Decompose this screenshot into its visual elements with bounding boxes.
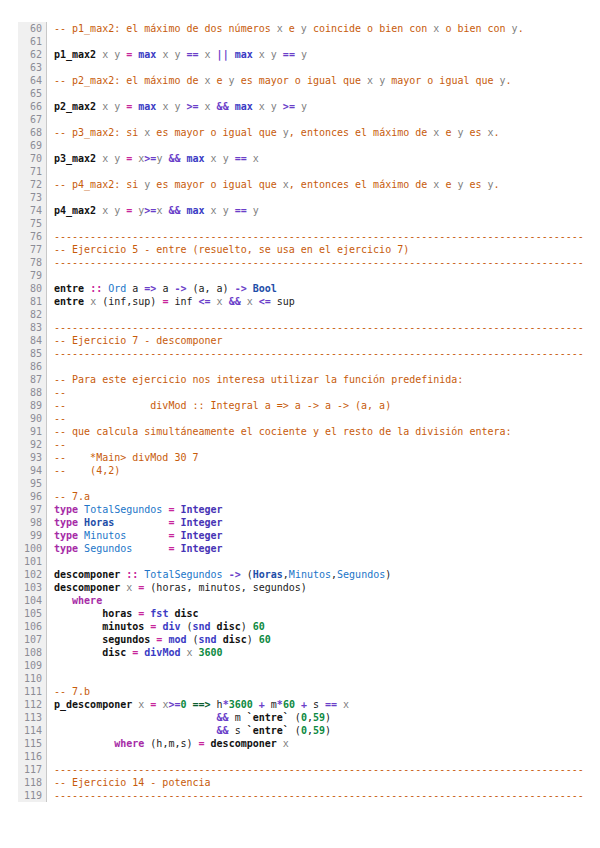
code-text: type TotalSegundos = Integer xyxy=(47,503,223,516)
line-number: 94 xyxy=(18,464,47,477)
code-text: -- Ejercicio 14 - potencia xyxy=(47,776,211,789)
line-number: 71 xyxy=(18,165,47,178)
code-line: 94-- (4,2) xyxy=(18,464,600,477)
code-line: 69 xyxy=(18,139,600,152)
code-line: 89-- divMod :: Integral a => a -> a -> (… xyxy=(18,399,600,412)
code-text xyxy=(47,555,54,568)
line-number: 97 xyxy=(18,503,47,516)
code-text: where xyxy=(47,594,102,607)
code-text: descomponer :: TotalSegundos -> (Horas,M… xyxy=(47,568,391,581)
line-number: 106 xyxy=(18,620,47,633)
code-text xyxy=(47,35,54,48)
code-line: 117-------------------------------------… xyxy=(18,763,600,776)
code-text: -- p2_max2: el máximo de x e y es mayor … xyxy=(47,74,512,87)
code-line: 76--------------------------------------… xyxy=(18,230,600,243)
code-text: p4_max2 x y = y>=x && max x y == y xyxy=(47,204,259,217)
code-text: minutos = div (snd disc) 60 xyxy=(47,620,265,633)
code-line: 100type Segundos = Integer xyxy=(18,542,600,555)
code-text: ----------------------------------------… xyxy=(47,256,584,269)
line-number: 69 xyxy=(18,139,47,152)
code-text xyxy=(47,269,54,282)
code-text: p2_max2 x y = max x y >= x && max x y >=… xyxy=(47,100,307,113)
code-line: 102descomponer :: TotalSegundos -> (Hora… xyxy=(18,568,600,581)
code-line: 103descomponer x = (horas, minutos, segu… xyxy=(18,581,600,594)
line-number: 77 xyxy=(18,243,47,256)
line-number: 86 xyxy=(18,360,47,373)
code-line: 86 xyxy=(18,360,600,373)
line-number: 76 xyxy=(18,230,47,243)
line-number: 60 xyxy=(18,22,47,35)
line-number: 96 xyxy=(18,490,47,503)
code-line: 64-- p2_max2: el máximo de x e y es mayo… xyxy=(18,74,600,87)
code-line: 75 xyxy=(18,217,600,230)
code-text: -- Ejercicio 5 - entre (resuelto, se usa… xyxy=(47,243,409,256)
code-line: 80entre :: Ord a => a -> (a, a) -> Bool xyxy=(18,282,600,295)
code-line: 78--------------------------------------… xyxy=(18,256,600,269)
code-line: 82 xyxy=(18,308,600,321)
line-number: 73 xyxy=(18,191,47,204)
code-text: horas = fst disc xyxy=(47,607,199,620)
line-number: 117 xyxy=(18,763,47,776)
code-line: 114 && s `entre` (0,59) xyxy=(18,724,600,737)
code-line: 96-- 7.a xyxy=(18,490,600,503)
code-text xyxy=(47,191,54,204)
code-text xyxy=(47,672,54,685)
code-text: -- divMod :: Integral a => a -> a -> (a,… xyxy=(47,399,391,412)
code-text: -- p1_max2: el máximo de dos números x e… xyxy=(47,22,524,35)
line-number: 74 xyxy=(18,204,47,217)
line-number: 75 xyxy=(18,217,47,230)
code-line: 111-- 7.b xyxy=(18,685,600,698)
line-number: 72 xyxy=(18,178,47,191)
code-text: ----------------------------------------… xyxy=(47,321,584,334)
line-number: 113 xyxy=(18,711,47,724)
code-line: 87-- Para este ejercicio nos interesa ut… xyxy=(18,373,600,386)
line-number: 115 xyxy=(18,737,47,750)
code-line: 81entre x (inf,sup) = inf <= x && x <= s… xyxy=(18,295,600,308)
code-line: 104 where xyxy=(18,594,600,607)
line-number: 100 xyxy=(18,542,47,555)
line-number: 82 xyxy=(18,308,47,321)
line-number: 98 xyxy=(18,516,47,529)
code-text xyxy=(47,750,54,763)
code-text: && s `entre` (0,59) xyxy=(47,724,331,737)
line-number: 99 xyxy=(18,529,47,542)
code-line: 99type Minutos = Integer xyxy=(18,529,600,542)
code-text: -- p3_max2: si x es mayor o igual que y,… xyxy=(47,126,500,139)
code-line: 70p3_max2 x y = x>=y && max x y == x xyxy=(18,152,600,165)
code-line: 73 xyxy=(18,191,600,204)
line-number: 67 xyxy=(18,113,47,126)
line-number: 92 xyxy=(18,438,47,451)
code-text: p_descomponer x = x>=0 ==> h*3600 + m*60… xyxy=(47,698,349,711)
code-line: 83--------------------------------------… xyxy=(18,321,600,334)
code-line: 113 && m `entre` (0,59) xyxy=(18,711,600,724)
code-text: p1_max2 x y = max x y == x || max x y ==… xyxy=(47,48,307,61)
code-text: ----------------------------------------… xyxy=(47,763,584,776)
code-area[interactable]: 60-- p1_max2: el máximo de dos números x… xyxy=(0,0,600,802)
code-line: 67 xyxy=(18,113,600,126)
code-text xyxy=(47,61,54,74)
code-line: 101 xyxy=(18,555,600,568)
code-text xyxy=(47,165,54,178)
code-line: 109 xyxy=(18,659,600,672)
code-line: 118-- Ejercicio 14 - potencia xyxy=(18,776,600,789)
code-line: 85--------------------------------------… xyxy=(18,347,600,360)
line-number: 78 xyxy=(18,256,47,269)
code-line: 116 xyxy=(18,750,600,763)
code-line: 79 xyxy=(18,269,600,282)
line-number: 87 xyxy=(18,373,47,386)
line-number: 63 xyxy=(18,61,47,74)
line-number: 83 xyxy=(18,321,47,334)
code-text xyxy=(47,659,54,672)
code-text: segundos = mod (snd disc) 60 xyxy=(47,633,271,646)
code-text: type Segundos = Integer xyxy=(47,542,223,555)
line-number: 80 xyxy=(18,282,47,295)
line-number: 64 xyxy=(18,74,47,87)
code-text: && m `entre` (0,59) xyxy=(47,711,331,724)
line-number: 108 xyxy=(18,646,47,659)
code-text: type Minutos = Integer xyxy=(47,529,223,542)
code-line: 112p_descomponer x = x>=0 ==> h*3600 + m… xyxy=(18,698,600,711)
code-line: 92-- xyxy=(18,438,600,451)
line-number: 61 xyxy=(18,35,47,48)
line-number: 104 xyxy=(18,594,47,607)
line-number: 101 xyxy=(18,555,47,568)
